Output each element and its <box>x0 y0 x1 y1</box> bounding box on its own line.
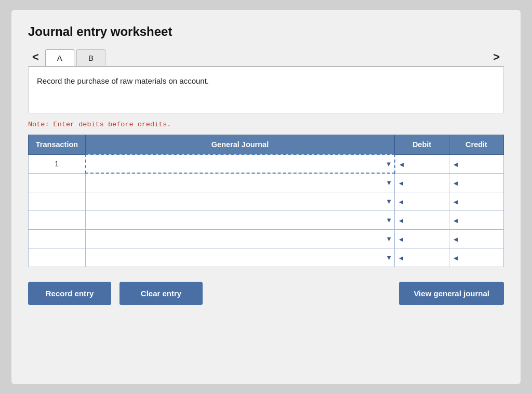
journal-cell[interactable]: ▼ <box>86 192 395 211</box>
table-row: ▼◀◀ <box>29 192 504 211</box>
debit-arrow-icon: ◀ <box>397 217 403 224</box>
debit-arrow-icon: ◀ <box>397 255 403 261</box>
button-row: Record entry Clear entry View general jo… <box>28 282 504 305</box>
credit-arrow-icon: ◀ <box>451 236 458 242</box>
transaction-cell: 1 <box>29 154 86 173</box>
debit-cell[interactable]: ◀ <box>395 192 449 211</box>
debit-cell[interactable]: ◀ <box>395 154 449 173</box>
credit-input[interactable] <box>458 160 498 168</box>
clear-entry-button[interactable]: Clear entry <box>119 282 203 305</box>
transaction-cell <box>29 173 86 192</box>
debit-arrow-icon: ◀ <box>397 180 403 186</box>
credit-cell[interactable]: ◀ <box>449 154 504 173</box>
journal-cell[interactable]: ▼ <box>86 154 395 173</box>
credit-input[interactable] <box>458 254 498 261</box>
debit-input[interactable] <box>403 235 444 243</box>
main-container: Journal entry worksheet < A B > Record t… <box>11 10 521 384</box>
nav-right-arrow[interactable]: > <box>489 48 504 66</box>
debit-cell[interactable]: ◀ <box>395 229 449 248</box>
instruction-box: Record the purchase of raw materials on … <box>28 67 504 113</box>
table-row: ▼◀◀ <box>29 248 504 267</box>
col-header-journal: General Journal <box>86 135 395 155</box>
instruction-text: Record the purchase of raw materials on … <box>37 76 209 85</box>
credit-input[interactable] <box>458 179 498 187</box>
journal-input[interactable] <box>86 211 394 229</box>
journal-input[interactable] <box>86 174 394 192</box>
debit-arrow-icon: ◀ <box>397 236 403 242</box>
credit-cell[interactable]: ◀ <box>449 192 504 211</box>
journal-table: Transaction General Journal Debit Credit… <box>28 135 504 267</box>
credit-arrow-icon: ◀ <box>451 255 458 261</box>
credit-arrow-icon: ◀ <box>451 199 458 205</box>
debit-cell[interactable]: ◀ <box>395 173 449 192</box>
view-general-journal-button[interactable]: View general journal <box>399 282 504 305</box>
credit-cell[interactable]: ◀ <box>449 248 504 267</box>
credit-cell[interactable]: ◀ <box>449 211 504 229</box>
transaction-cell <box>29 248 86 267</box>
table-row: ▼◀◀ <box>29 211 504 229</box>
table-row: 1▼◀◀ <box>29 154 504 173</box>
debit-arrow-icon: ◀ <box>397 161 404 167</box>
col-header-credit: Credit <box>449 135 504 155</box>
credit-arrow-icon: ◀ <box>451 161 458 167</box>
credit-cell[interactable]: ◀ <box>449 229 504 248</box>
journal-input[interactable] <box>86 248 394 267</box>
transaction-cell <box>29 211 86 229</box>
credit-arrow-icon: ◀ <box>451 217 458 224</box>
note-text: Note: Enter debits before credits. <box>28 121 504 128</box>
journal-input[interactable] <box>86 230 394 248</box>
nav-left-arrow[interactable]: < <box>28 48 43 66</box>
col-header-transaction: Transaction <box>29 135 86 155</box>
credit-input[interactable] <box>458 198 498 205</box>
credit-cell[interactable]: ◀ <box>449 173 504 192</box>
credit-input[interactable] <box>458 216 498 224</box>
tab-b[interactable]: B <box>76 49 105 66</box>
debit-input[interactable] <box>404 160 444 168</box>
debit-input[interactable] <box>403 216 444 224</box>
table-row: ▼◀◀ <box>29 173 504 192</box>
debit-input[interactable] <box>403 254 444 261</box>
debit-cell[interactable]: ◀ <box>395 211 449 229</box>
debit-arrow-icon: ◀ <box>397 199 403 205</box>
journal-input[interactable] <box>86 192 394 211</box>
debit-cell[interactable]: ◀ <box>395 248 449 267</box>
transaction-cell <box>29 229 86 248</box>
journal-cell[interactable]: ▼ <box>86 173 395 192</box>
col-header-debit: Debit <box>395 135 449 155</box>
journal-cell[interactable]: ▼ <box>86 211 395 229</box>
credit-arrow-icon: ◀ <box>451 180 458 186</box>
credit-input[interactable] <box>458 235 498 243</box>
debit-input[interactable] <box>403 179 444 187</box>
table-row: ▼◀◀ <box>29 229 504 248</box>
journal-cell[interactable]: ▼ <box>86 248 395 267</box>
tab-a[interactable]: A <box>45 49 74 66</box>
record-entry-button[interactable]: Record entry <box>28 282 111 305</box>
tabs-container: < A B > <box>28 48 504 67</box>
journal-input[interactable] <box>86 155 394 173</box>
page-title: Journal entry worksheet <box>28 24 504 39</box>
transaction-cell <box>29 192 86 211</box>
journal-cell[interactable]: ▼ <box>86 229 395 248</box>
debit-input[interactable] <box>403 198 444 205</box>
